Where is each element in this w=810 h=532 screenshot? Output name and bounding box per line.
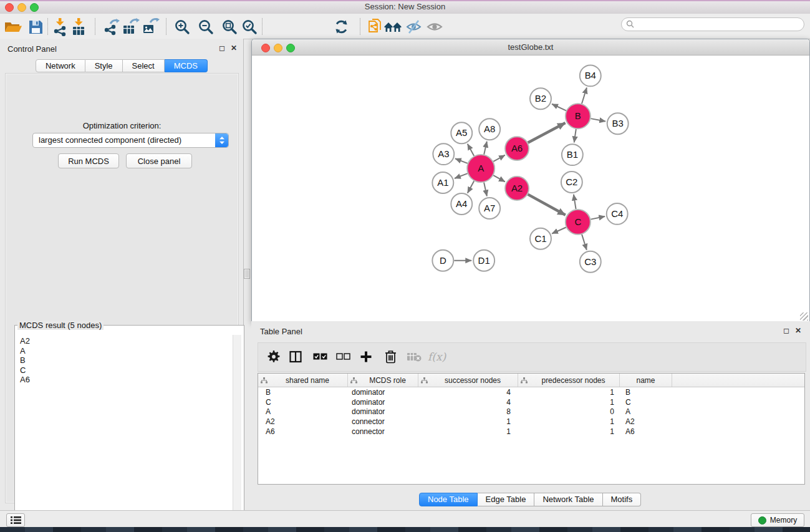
- node-A6[interactable]: A6: [505, 137, 529, 160]
- cell-MCDS-role[interactable]: connector: [348, 427, 418, 436]
- edge-A-A6[interactable]: [493, 155, 505, 162]
- column-header-successor-nodes[interactable]: successor nodes: [418, 374, 518, 387]
- cell-name[interactable]: B: [620, 388, 672, 397]
- edge-B-B2[interactable]: [552, 104, 566, 111]
- result-scrollbar[interactable]: [233, 335, 241, 530]
- cell-shared-name[interactable]: A2: [258, 417, 348, 426]
- node-A4[interactable]: A4: [451, 193, 472, 215]
- open-file-icon[interactable]: [3, 17, 23, 36]
- node-B1[interactable]: B1: [562, 144, 583, 165]
- table-row[interactable]: A6connector11A6: [258, 427, 804, 437]
- node-D1[interactable]: D1: [473, 250, 494, 271]
- cell-successor-nodes[interactable]: 4: [418, 388, 518, 397]
- tab-node-table[interactable]: Node Table: [419, 493, 478, 506]
- edge-A-A2[interactable]: [493, 175, 505, 181]
- export-image-icon[interactable]: [142, 17, 160, 36]
- close-panel-icon[interactable]: ✕: [231, 44, 237, 52]
- memory-button[interactable]: Memory: [751, 513, 804, 527]
- node-B[interactable]: B: [566, 104, 591, 128]
- gear-icon[interactable]: [267, 349, 281, 365]
- cell-predecessor-nodes[interactable]: 0: [518, 407, 620, 416]
- zoom-selected-icon[interactable]: [241, 17, 258, 36]
- cell-successor-nodes[interactable]: 4: [418, 398, 518, 407]
- mcds-result-item[interactable]: A: [20, 346, 233, 356]
- cell-predecessor-nodes[interactable]: 1: [518, 388, 620, 397]
- node-C2[interactable]: C2: [561, 172, 582, 193]
- float-table-panel-icon[interactable]: ◻: [783, 327, 789, 334]
- node-B4[interactable]: B4: [580, 65, 601, 86]
- edge-A-A4[interactable]: [468, 181, 474, 193]
- tab-network[interactable]: Network: [36, 59, 85, 72]
- vertical-splitter-handle[interactable]: [244, 269, 250, 279]
- select-all-columns-icon[interactable]: [313, 349, 327, 365]
- import-network-icon[interactable]: [52, 17, 67, 36]
- cell-name[interactable]: A2: [620, 417, 672, 426]
- first-neighbors-icon[interactable]: [384, 17, 402, 36]
- close-table-panel-icon[interactable]: ✕: [795, 327, 801, 334]
- column-header-shared-name[interactable]: shared name: [258, 374, 348, 387]
- cell-successor-nodes[interactable]: 1: [418, 427, 518, 436]
- cell-MCDS-role[interactable]: dominator: [348, 388, 418, 397]
- table-row[interactable]: Cdominator41C: [258, 397, 804, 407]
- cell-name[interactable]: C: [620, 398, 672, 407]
- cell-predecessor-nodes[interactable]: 1: [518, 417, 620, 426]
- add-column-icon[interactable]: [360, 349, 372, 365]
- edge-C-C2[interactable]: [574, 195, 576, 209]
- node-C3[interactable]: C3: [580, 251, 601, 273]
- edge-B-B3[interactable]: [591, 118, 605, 121]
- float-panel-icon[interactable]: ◻: [219, 44, 225, 52]
- table-row[interactable]: Bdominator41B: [258, 387, 804, 397]
- edge-A-A3[interactable]: [455, 158, 468, 163]
- zoom-out-icon[interactable]: [198, 17, 214, 36]
- cell-MCDS-role[interactable]: connector: [348, 417, 418, 426]
- optimization-criterion-dropdown[interactable]: largest connected component (directed): [32, 133, 229, 148]
- node-A8[interactable]: A8: [479, 118, 500, 140]
- search-field[interactable]: [621, 17, 804, 31]
- delete-table-icon[interactable]: [407, 349, 422, 365]
- edge-C-C3[interactable]: [582, 235, 587, 250]
- show-hidden-icon[interactable]: [427, 17, 443, 36]
- node-A2[interactable]: A2: [505, 177, 529, 200]
- cell-MCDS-role[interactable]: dominator: [348, 398, 418, 407]
- tab-edge-table[interactable]: Edge Table: [478, 493, 535, 506]
- mcds-result-list[interactable]: A2ABCA6: [17, 335, 233, 530]
- mcds-result-item[interactable]: A6: [20, 375, 233, 385]
- node-C4[interactable]: C4: [607, 203, 628, 225]
- column-header-name[interactable]: name: [620, 374, 672, 387]
- function-builder-icon[interactable]: f(x): [428, 349, 446, 365]
- cell-name[interactable]: A: [620, 407, 672, 416]
- table-row[interactable]: Adominator80A: [258, 407, 804, 417]
- edge-C-C4[interactable]: [591, 216, 605, 220]
- edge-A-A8[interactable]: [484, 142, 487, 155]
- deselect-all-columns-icon[interactable]: [336, 349, 350, 365]
- zoom-fit-icon[interactable]: [221, 17, 238, 36]
- save-session-icon[interactable]: [28, 17, 44, 36]
- export-network-icon[interactable]: [103, 17, 120, 36]
- hide-selected-icon[interactable]: [406, 17, 422, 36]
- node-D[interactable]: D: [432, 250, 453, 271]
- tab-network-table[interactable]: Network Table: [534, 493, 602, 506]
- task-history-button[interactable]: [6, 513, 25, 527]
- zoom-in-icon[interactable]: [174, 17, 190, 36]
- cell-successor-nodes[interactable]: 8: [418, 407, 518, 416]
- node-A1[interactable]: A1: [432, 172, 453, 193]
- column-header-MCDS-role[interactable]: MCDS role: [348, 374, 418, 387]
- tab-mcds[interactable]: MCDS: [165, 59, 208, 72]
- run-mcds-button[interactable]: Run MCDS: [58, 153, 119, 168]
- edge-A-A1[interactable]: [455, 173, 468, 178]
- tab-motifs[interactable]: Motifs: [603, 493, 642, 506]
- cell-shared-name[interactable]: A: [258, 407, 348, 416]
- tab-style[interactable]: Style: [85, 59, 123, 72]
- column-header-predecessor-nodes[interactable]: predecessor nodes: [518, 374, 620, 387]
- cell-name[interactable]: A6: [620, 427, 672, 436]
- edge-C-C1[interactable]: [552, 227, 566, 233]
- edge-A6-B[interactable]: [528, 123, 566, 143]
- network-canvas[interactable]: B4B2BB3B1A5A8A6A3AA1A2C2A4A7C4CC1C3DD1: [253, 56, 808, 321]
- node-B2[interactable]: B2: [530, 88, 551, 109]
- column-icon[interactable]: [289, 349, 302, 365]
- node-A3[interactable]: A3: [433, 143, 454, 165]
- node-C1[interactable]: C1: [530, 228, 551, 249]
- mcds-result-item[interactable]: B: [20, 355, 233, 365]
- cell-shared-name[interactable]: C: [258, 398, 348, 407]
- cell-predecessor-nodes[interactable]: 1: [518, 398, 620, 407]
